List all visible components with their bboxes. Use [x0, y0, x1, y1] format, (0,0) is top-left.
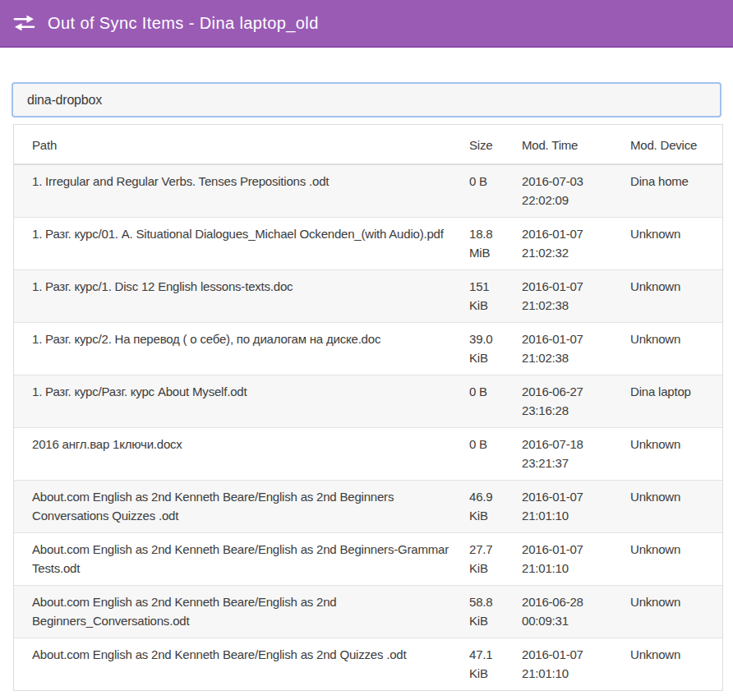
table-row: 1. Разг. курс/1. Disc 12 English lessons… [14, 270, 722, 323]
cell-mod-device: Unknown [624, 586, 722, 638]
out-of-sync-table: Path Size Mod. Time Mod. Device 1. Irreg… [14, 125, 722, 690]
column-header-path: Path [14, 125, 463, 164]
cell-mod-time: 2016-01-07 21:01:10 [515, 533, 624, 586]
cell-mod-device: Unknown [624, 533, 722, 586]
table-row: About.com English as 2nd Kenneth Beare/E… [14, 533, 722, 586]
cell-path: 2016 англ.вар 1ключи.docx [14, 428, 463, 481]
cell-path: About.com English as 2nd Kenneth Beare/E… [14, 586, 463, 638]
cell-mod-time: 2016-07-03 22:02:09 [515, 164, 624, 218]
cell-mod-time: 2016-06-27 23:16:28 [515, 375, 624, 428]
cell-path: 1. Разг. курс/2. На перевод ( о себе), п… [14, 323, 463, 375]
cell-size: 39.0 KiB [463, 323, 515, 375]
cell-mod-time: 2016-01-07 21:02:38 [515, 323, 624, 375]
table-row: About.com English as 2nd Kenneth Beare/E… [14, 481, 722, 533]
cell-mod-device: Unknown [624, 638, 722, 691]
cell-size: 58.8 KiB [463, 586, 515, 638]
cell-mod-time: 2016-06-28 00:09:31 [515, 586, 624, 638]
sync-arrows-icon [13, 14, 35, 32]
cell-path: About.com English as 2nd Kenneth Beare/E… [14, 481, 463, 533]
cell-mod-device: Unknown [624, 270, 722, 323]
modal-header: Out of Sync Items - Dina laptop_old [0, 0, 733, 48]
table-row: 1. Разг. курс/01. А. Situational Dialogu… [14, 218, 722, 270]
cell-mod-device: Unknown [624, 428, 722, 481]
cell-size: 0 B [463, 375, 515, 428]
cell-mod-device: Dina laptop [624, 375, 722, 428]
table-row: About.com English as 2nd Kenneth Beare/E… [14, 586, 722, 638]
column-header-mod-time: Mod. Time [515, 125, 624, 164]
filter-input[interactable] [12, 82, 721, 117]
modal-title: Out of Sync Items - Dina laptop_old [48, 14, 319, 33]
cell-path: 1. Разг. курс/01. А. Situational Dialogu… [14, 218, 463, 270]
cell-size: 0 B [463, 164, 515, 218]
cell-mod-device: Unknown [624, 323, 722, 375]
cell-size: 47.1 KiB [463, 638, 515, 691]
cell-mod-time: 2016-07-18 23:21:37 [515, 428, 624, 481]
cell-mod-time: 2016-01-07 21:01:10 [515, 481, 624, 533]
cell-size: 0 B [463, 428, 515, 481]
cell-path: 1. Разг. курс/Разг. курс About Myself.od… [14, 375, 463, 428]
cell-mod-device: Unknown [624, 481, 722, 533]
out-of-sync-table-panel: Path Size Mod. Time Mod. Device 1. Irreg… [13, 124, 723, 691]
cell-mod-time: 2016-01-07 21:02:38 [515, 270, 624, 323]
column-header-mod-device: Mod. Device [624, 125, 722, 164]
table-body: 1. Irregular and Regular Verbs. Tenses P… [14, 164, 722, 690]
table-row: 1. Irregular and Regular Verbs. Tenses P… [14, 164, 722, 218]
cell-path: 1. Irregular and Regular Verbs. Tenses P… [14, 164, 463, 218]
cell-mod-time: 2016-01-07 21:01:10 [515, 638, 624, 691]
table-row: 2016 англ.вар 1ключи.docx 0 B 2016-07-18… [14, 428, 722, 481]
cell-size: 46.9 KiB [463, 481, 515, 533]
cell-mod-time: 2016-01-07 21:02:32 [515, 218, 624, 270]
cell-mod-device: Dina home [624, 164, 722, 218]
cell-size: 27.7 KiB [463, 533, 515, 586]
table-header-row: Path Size Mod. Time Mod. Device [14, 125, 722, 164]
column-header-size: Size [463, 125, 515, 164]
cell-path: 1. Разг. курс/1. Disc 12 English lessons… [14, 270, 463, 323]
cell-size: 18.8 MiB [463, 218, 515, 270]
table-row: 1. Разг. курс/Разг. курс About Myself.od… [14, 375, 722, 428]
table-row: 1. Разг. курс/2. На перевод ( о себе), п… [14, 323, 722, 375]
cell-path: About.com English as 2nd Kenneth Beare/E… [14, 638, 463, 691]
cell-path: About.com English as 2nd Kenneth Beare/E… [14, 533, 463, 586]
cell-mod-device: Unknown [624, 218, 722, 270]
table-row: About.com English as 2nd Kenneth Beare/E… [14, 638, 722, 691]
cell-size: 151 KiB [463, 270, 515, 323]
